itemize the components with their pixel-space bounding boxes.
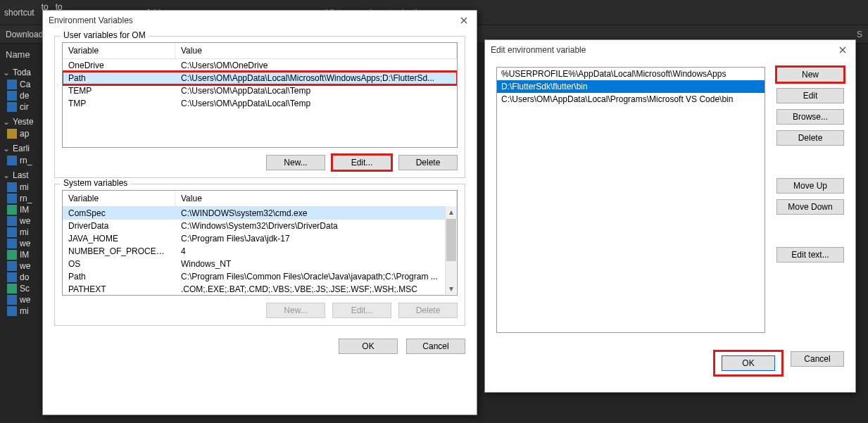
env-dialog-footer: OK Cancel [43, 332, 477, 364]
user-variables-table[interactable]: Variable Value OneDriveC:\Users\OM\OneDr… [62, 42, 458, 148]
cell-variable: TEMP [63, 84, 175, 97]
user-new-button[interactable]: New... [266, 155, 325, 170]
table-row[interactable]: PathC:\Program Files\Common Files\Oracle… [63, 270, 457, 283]
new-button[interactable]: New [776, 67, 844, 82]
sys-buttons-row: New... Edit... Delete [62, 303, 458, 318]
scroll-thumb[interactable] [446, 219, 456, 261]
chevron-down-icon: ⌄ [3, 68, 10, 77]
edit-text-button[interactable]: Edit text... [776, 247, 844, 263]
col-value[interactable]: Value [175, 191, 457, 206]
cancel-button[interactable]: Cancel [791, 351, 844, 367]
tree-file-item[interactable]: Ca [3, 79, 46, 90]
scrollbar[interactable]: ▴ ▾ [445, 206, 456, 294]
cell-value: C:\Windows\System32\Drivers\DriverData [175, 220, 444, 232]
system-variables-group: System variables Variable Value ▴ ▾ ComS… [54, 184, 465, 326]
table-row[interactable]: TEMPC:\Users\OM\AppData\Local\Temp [63, 84, 457, 97]
move-up-button[interactable]: Move Up [776, 178, 844, 194]
tree-file-item[interactable]: cir [3, 101, 46, 113]
table-header: Variable Value [63, 43, 457, 59]
cell-variable: OneDrive [63, 59, 175, 72]
tree-file-item[interactable]: we [3, 260, 46, 272]
tree-file-item[interactable]: IM [3, 204, 46, 215]
user-variables-group: User variables for OM Variable Value One… [54, 36, 465, 178]
path-list-item[interactable]: C:\Users\OM\AppData\Local\Programs\Micro… [497, 93, 765, 106]
browse-button[interactable]: Browse... [776, 109, 844, 125]
file-icon [7, 182, 17, 192]
edit-button[interactable]: Edit [776, 88, 844, 103]
user-delete-button[interactable]: Delete [398, 155, 458, 170]
table-row[interactable]: OneDriveC:\Users\OM\OneDrive [63, 59, 457, 72]
search-icon[interactable]: S [857, 30, 862, 39]
table-row[interactable]: DriverDataC:\Windows\System32\Drivers\Dr… [63, 220, 457, 232]
tree-group-header[interactable]: ⌄Last [3, 169, 46, 182]
table-row[interactable]: NUMBER_OF_PROCESSORS4 [63, 245, 457, 258]
tree-file-item[interactable]: rn_ [3, 193, 46, 204]
file-icon [7, 91, 17, 101]
scroll-down-icon[interactable]: ▾ [446, 283, 457, 294]
tree-file-item[interactable]: we [3, 215, 46, 227]
file-name: cir [20, 102, 29, 112]
ok-button[interactable]: OK [722, 355, 775, 371]
path-list-item[interactable]: D:\FlutterSdk\flutter\bin [497, 80, 765, 93]
tree-group-header[interactable]: ⌄Earli [3, 142, 46, 155]
tree-file-item[interactable]: ap [3, 128, 46, 139]
table-row[interactable]: PATHEXT.COM;.EXE;.BAT;.CMD;.VBS;.VBE;.JS… [63, 283, 457, 296]
file-name: IM [20, 205, 29, 215]
path-list[interactable]: %USERPROFILE%\AppData\Local\Microsoft\Wi… [496, 67, 765, 333]
breadcrumb-location[interactable]: Downloads [6, 30, 47, 39]
table-row[interactable]: ComSpecC:\WINDOWS\system32\cmd.exe [63, 207, 457, 220]
sys-delete-button[interactable]: Delete [398, 303, 458, 318]
tree-file-item[interactable]: we [3, 294, 46, 305]
env-title: Environment Variables [49, 15, 133, 25]
cell-variable: Path [63, 270, 175, 283]
close-icon[interactable] [836, 43, 850, 57]
chevron-down-icon: ⌄ [3, 170, 10, 180]
table-row[interactable]: JAVA_HOMEC:\Program Files\Java\jdk-17 [63, 232, 457, 245]
move-down-button[interactable]: Move Down [776, 199, 844, 215]
file-name: mi [20, 182, 29, 192]
col-variable[interactable]: Variable [63, 43, 175, 58]
table-row[interactable]: TMPC:\Users\OM\AppData\Local\Temp [63, 97, 457, 110]
tree-group-header[interactable]: ⌄Toda [3, 66, 46, 79]
cell-variable: ComSpec [63, 207, 175, 220]
tree-file-item[interactable]: IM [3, 249, 46, 260]
cell-variable: TMP [63, 97, 175, 110]
path-list-item[interactable]: %USERPROFILE%\AppData\Local\Microsoft\Wi… [497, 68, 765, 80]
table-row[interactable]: PathC:\Users\OM\AppData\Local\Microsoft\… [63, 72, 457, 84]
tree-file-item[interactable]: Sc [3, 283, 46, 294]
file-icon [7, 227, 17, 237]
column-header-name[interactable]: Name [6, 49, 30, 60]
tree-file-item[interactable]: mi [3, 227, 46, 238]
col-variable[interactable]: Variable [63, 191, 175, 206]
tree-file-item[interactable]: mi [3, 305, 46, 317]
cell-value: .COM;.EXE;.BAT;.CMD;.VBS;.VBE;.JS;.JSE;.… [175, 283, 444, 296]
tree-group-header[interactable]: ⌄Yeste [3, 115, 46, 128]
file-name: IM [20, 250, 29, 260]
tree-file-item[interactable]: we [3, 238, 46, 249]
table-row[interactable]: OSWindows_NT [63, 258, 457, 270]
close-icon[interactable] [457, 13, 471, 27]
scroll-up-icon[interactable]: ▴ [446, 206, 457, 217]
tree-file-item[interactable]: rn_ [3, 155, 46, 166]
cell-variable: OS [63, 258, 175, 270]
file-icon [7, 250, 17, 260]
sys-edit-button[interactable]: Edit... [332, 303, 391, 318]
env-ok-button[interactable]: OK [339, 339, 398, 354]
cell-value: C:\Users\OM\AppData\Local\Temp [175, 84, 457, 97]
cell-value: C:\Program Files\Common Files\Oracle\Jav… [175, 270, 444, 283]
sys-new-button[interactable]: New... [266, 303, 325, 318]
system-variables-table[interactable]: Variable Value ▴ ▾ ComSpecC:\WINDOWS\sys… [62, 190, 458, 296]
env-cancel-button[interactable]: Cancel [406, 339, 465, 354]
user-buttons-row: New... Edit... Delete [62, 155, 458, 170]
file-name: ap [20, 129, 29, 139]
tree-file-item[interactable]: de [3, 90, 46, 101]
delete-button[interactable]: Delete [776, 130, 844, 146]
cell-value: C:\Users\OM\OneDrive [175, 59, 457, 72]
tree-file-item[interactable]: do [3, 272, 46, 283]
cell-variable: Path [63, 72, 175, 84]
cell-variable: JAVA_HOME [63, 232, 175, 245]
tree-file-item[interactable]: mi [3, 182, 46, 193]
col-value[interactable]: Value [175, 43, 457, 58]
toolbar-shortcut[interactable]: shortcut [4, 8, 34, 18]
user-edit-button[interactable]: Edit... [332, 155, 391, 170]
